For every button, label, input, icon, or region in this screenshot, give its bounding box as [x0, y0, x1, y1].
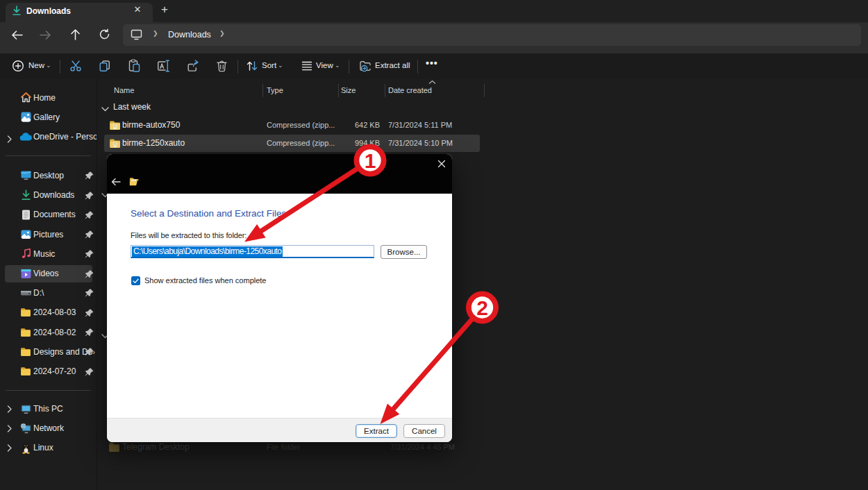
svg-text:1: 1: [365, 149, 376, 172]
svg-text:2: 2: [476, 296, 488, 319]
